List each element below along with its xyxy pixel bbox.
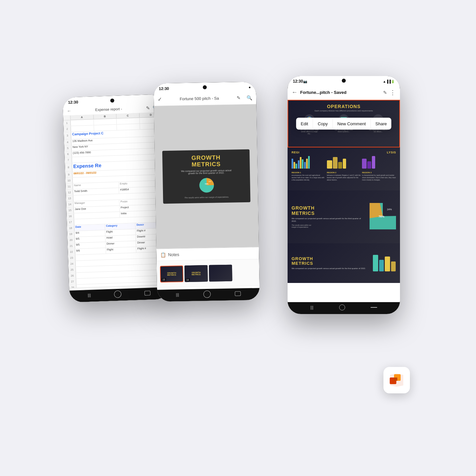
region3-text: REGION 3 is characterized by rapid growt… (362, 172, 396, 181)
doc-title-right: Fortune...pitch - Saved (300, 90, 380, 95)
doc-title-text: Fortune...pitch - Saved (300, 90, 346, 95)
cam-indicator-right: 📷 (303, 80, 307, 83)
region1-chart (292, 155, 326, 170)
growth-pie-content: GROWTHMETRICS We compared our projected … (288, 190, 400, 243)
annotate-icon-left[interactable]: ✎ (146, 105, 150, 110)
regional-slide-content: REGI LYSIS (288, 147, 400, 190)
nav-circle-right (339, 304, 345, 310)
nav-square-left (144, 291, 150, 296)
growth-title-mid: GROWTHMETRICS (191, 154, 221, 168)
nav-dots-right: ||| (310, 305, 313, 310)
excel-grid: 1 2 3 Campaign Project C 4135 Madison Av… (63, 117, 169, 302)
region2-text: REGION 2 behaves in between Regions 1 an… (327, 172, 361, 181)
context-edit[interactable]: Edit (296, 119, 313, 129)
excel-screen: 12:30 ● ← Expense report - ✎ 🔍 A B C D (62, 94, 169, 302)
slide-regional[interactable]: REGI LYSIS (288, 147, 400, 190)
col-a: A (70, 115, 94, 120)
nav-dots-left: ||| (88, 293, 91, 298)
growth-shapes-content: GROWTHMETRICS We compared our projected … (288, 243, 400, 283)
thumb-num-16: 16 (185, 278, 190, 281)
slide-operations[interactable]: OPERATIONS Each company division has dif… (288, 100, 400, 147)
slides-scroll-right: OPERATIONS Each company division has dif… (288, 100, 400, 314)
svg-text:76%: 76% (205, 183, 208, 185)
growth-shapes-chart (373, 255, 396, 271)
region1-text: REGION 1 encompasses the rural and agric… (292, 172, 326, 181)
nav-back-right (371, 307, 377, 308)
thumb-extra[interactable] (209, 264, 232, 281)
ppt-screen-mid: 12:30 ● ✓ Fortune 500 pitch - Sa ✎ 🔍 GRO… (153, 82, 259, 301)
phone-left: 12:30 ● ← Expense report - ✎ 🔍 A B C D (62, 94, 169, 302)
region-suffix-label: LYSIS (387, 151, 396, 154)
battery-icon: 🔋 (391, 80, 395, 83)
ppt-toolbar-mid: ✓ Fortune 500 pitch - Sa ✎ 🔍 (154, 91, 257, 106)
context-new-comment[interactable]: New Comment (333, 119, 371, 129)
excel-title: Expense report - (71, 106, 146, 113)
ppt-screen-right: 12:30 📷 ▲ ▐▐ 🔋 ← Fortune...pitch - Saved… (288, 76, 400, 314)
camera-mid-indicator: ● (249, 85, 251, 89)
search-icon-mid[interactable]: 🔍 (247, 95, 252, 100)
more-menu-right[interactable]: ⋮ (390, 89, 396, 96)
svg-text:24%: 24% (387, 208, 392, 211)
thumb-16[interactable]: GROWTHMETRICS 16 (184, 265, 208, 282)
col-b: B (94, 114, 117, 119)
wifi-icon: ▲ (383, 80, 386, 83)
time-mid: 12:30 (159, 86, 169, 91)
svg-text:76%: 76% (378, 215, 384, 218)
thumb-num-15: 15 (162, 278, 166, 281)
growth-subtitle-mid: We compared our projected growth versus … (180, 169, 233, 175)
context-menu: Edit Copy New Comment Share (296, 118, 391, 130)
pie-container-mid: 76% 24% (197, 176, 216, 195)
back-button-right[interactable]: ← (292, 89, 298, 96)
growth-shapes-text: GROWTHMETRICS We compared our projected … (292, 257, 369, 270)
ms-office-logo-svg (388, 372, 405, 389)
thumbnails-strip: GROWTHMETRICS 15 GROWTHMETRICS 16 (157, 259, 259, 287)
region3-chart (362, 155, 396, 169)
nav-bar-right: ||| (288, 302, 400, 314)
nav-bar-mid: ||| (157, 288, 260, 301)
thumb-15[interactable]: GROWTHMETRICS 15 (160, 265, 183, 282)
operations-title: OPERATIONS (292, 104, 395, 109)
nav-circle-mid (203, 291, 211, 298)
back-icon-left[interactable]: ← (67, 108, 71, 113)
growth-pie-chart: 76% 24% (370, 203, 396, 231)
nav-square-mid (235, 291, 241, 296)
check-icon-mid[interactable]: ✓ (158, 96, 162, 102)
camera-right (342, 79, 346, 83)
ppt-slide-area-mid[interactable]: GROWTHMETRICS We compared our projected … (154, 104, 258, 249)
phone-mid: 12:30 ● ✓ Fortune 500 pitch - Sa ✎ 🔍 GRO… (153, 82, 259, 301)
growth-metrics-slide: GROWTHMETRICS We compared our projected … (179, 154, 233, 199)
scene: 12:30 ● ← Expense report - ✎ 🔍 A B C D (56, 56, 420, 420)
col-c: C (116, 113, 139, 118)
phone-right: 12:30 📷 ▲ ▐▐ 🔋 ← Fortune...pitch - Saved… (288, 76, 400, 314)
time-left: 12:30 (68, 100, 78, 105)
operations-subtitle: Each company division has different proc… (292, 110, 395, 112)
context-copy[interactable]: Copy (313, 119, 333, 129)
notes-icon-mid: 📋 (160, 252, 166, 258)
notes-label-mid: Notes (168, 252, 179, 257)
slide-growth-pie[interactable]: GROWTHMETRICS We compared our projected … (288, 190, 400, 243)
slide-growth-shapes[interactable]: GROWTHMETRICS We compared our projected … (288, 243, 400, 283)
ppt-slide-preview: GROWTHMETRICS We compared our projected … (162, 149, 250, 204)
growth-italic-mid: The results were within our margin of ex… (184, 196, 229, 199)
notes-bar-mid[interactable]: 📋 Notes (156, 247, 259, 260)
ms-office-logo (383, 367, 410, 393)
growth-pie-text: GROWTHMETRICS We compared our projected … (292, 206, 366, 228)
region2-chart (327, 155, 361, 169)
edit-icon-right[interactable]: ✎ (383, 90, 387, 95)
time-right: 12:30 (293, 79, 303, 84)
nav-dots-mid: ||| (176, 293, 179, 297)
region-title-label: REGI (292, 151, 299, 154)
context-share[interactable]: Share (371, 119, 392, 129)
ppt-title-mid: Fortune 500 pitch - Sa (165, 96, 233, 101)
svg-rect-13 (394, 377, 397, 381)
nav-circle-left (114, 291, 121, 298)
detail-header: ← Fortune...pitch - Saved ✎ ⋮ (288, 85, 400, 100)
signal-icon: ▐▐ (386, 80, 391, 83)
svg-text:24%: 24% (208, 181, 211, 182)
pie-chart-mid: 76% 24% (197, 176, 216, 195)
annotate-icon-mid[interactable]: ✎ (237, 95, 241, 100)
